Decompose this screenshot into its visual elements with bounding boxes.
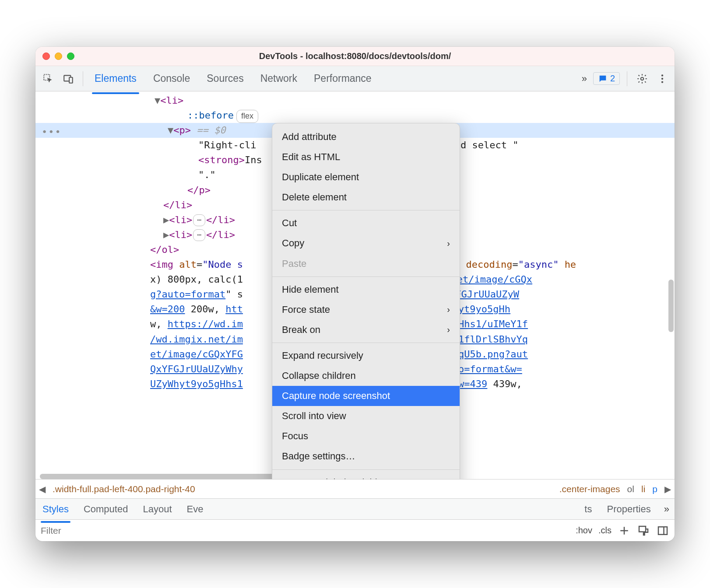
ctx-store-as-global[interactable]: Store as global variable <box>272 472 460 480</box>
ctx-break-on[interactable]: Break on› <box>272 320 460 340</box>
settings-gear-icon[interactable] <box>634 71 650 87</box>
url-link[interactable]: /wd.imgix.net/im <box>150 334 243 345</box>
ctx-expand-recursively[interactable]: Expand recursively <box>272 346 460 366</box>
subtab-layout[interactable]: Layout <box>141 500 173 518</box>
ctx-delete-element[interactable]: Delete element <box>272 187 460 207</box>
kebab-menu-icon[interactable] <box>654 71 670 87</box>
context-menu: Add attribute Edit as HTML Duplicate ele… <box>272 123 460 479</box>
breadcrumb-item[interactable]: li <box>641 484 645 494</box>
ctx-capture-node-screenshot[interactable]: Capture node screenshot <box>272 386 460 406</box>
ctx-focus[interactable]: Focus <box>272 426 460 446</box>
tab-network[interactable]: Network <box>258 68 300 89</box>
url-link[interactable]: https://wd.im <box>168 318 243 329</box>
dom-text: "." <box>198 169 216 180</box>
filter-input[interactable] <box>41 525 155 536</box>
device-icon[interactable] <box>60 70 77 87</box>
chevron-right-icon: › <box>447 323 450 336</box>
dom-tag-p-open: <p> <box>173 125 191 136</box>
url-link[interactable]: QxYFGJrUUaUZyWhy <box>150 364 243 374</box>
ctx-collapse-children[interactable]: Collapse children <box>272 366 460 386</box>
subtab-event-listeners[interactable]: Eve <box>185 500 205 518</box>
hov-toggle[interactable]: :hov <box>576 525 592 536</box>
dom-text: "Right-cli <box>198 140 256 150</box>
ctx-edit-as-html[interactable]: Edit as HTML <box>272 147 460 167</box>
dom-tag-p-close[interactable]: </p> <box>187 185 211 196</box>
cls-toggle[interactable]: .cls <box>598 525 612 536</box>
url-link[interactable]: g?auto=format <box>150 289 225 300</box>
ctx-copy[interactable]: Copy› <box>272 233 460 253</box>
breadcrumb: ◀ .width-full.pad-left-400.pad-right-40 … <box>35 479 675 498</box>
chevron-left-icon[interactable]: ◀ <box>39 484 46 494</box>
add-rule-plus-icon[interactable] <box>618 524 631 537</box>
collapsed-ellipsis-icon[interactable]: ⋯ <box>193 214 205 226</box>
styles-tabs: Styles Computed Layout Eve ts Properties… <box>35 498 675 519</box>
traffic-lights <box>42 52 74 60</box>
svg-point-6 <box>661 81 663 83</box>
panel-tabs: Elements Console Sources Network Perform… <box>92 68 374 89</box>
ctx-scroll-into-view[interactable]: Scroll into view <box>272 406 460 426</box>
svg-point-3 <box>641 77 644 80</box>
tab-sources[interactable]: Sources <box>204 68 246 89</box>
svg-point-5 <box>661 77 663 79</box>
breadcrumb-item-current[interactable]: p <box>652 484 657 494</box>
titlebar: DevTools - localhost:8080/docs/devtools/… <box>35 47 675 66</box>
fullscreen-window-button[interactable] <box>67 52 74 60</box>
svg-point-4 <box>661 74 663 76</box>
ctx-badge-settings[interactable]: Badge settings… <box>272 446 460 466</box>
styles-filter-bar: :hov .cls <box>35 519 675 541</box>
ctx-cut[interactable]: Cut <box>272 213 460 233</box>
dom-tag-strong[interactable]: <strong> <box>198 154 245 165</box>
tab-console[interactable]: Console <box>151 68 193 89</box>
dom-tag-ol-close[interactable]: </ol> <box>150 244 179 255</box>
close-window-button[interactable] <box>42 52 50 60</box>
minimize-window-button[interactable] <box>55 52 62 60</box>
breadcrumb-item[interactable]: .center-images <box>559 484 620 494</box>
collapsed-ellipsis-icon[interactable]: ⋯ <box>193 229 205 241</box>
chevron-right-icon[interactable]: ▶ <box>664 484 671 494</box>
selected-row-menu-icon[interactable]: ••• <box>42 125 62 140</box>
dom-tag-li[interactable]: <li> <box>169 229 192 240</box>
dom-tag-img[interactable]: <img <box>150 259 173 270</box>
chevron-right-icon: › <box>447 303 450 316</box>
window-title: DevTools - localhost:8080/docs/devtools/… <box>35 51 675 61</box>
toolbar: Elements Console Sources Network Perform… <box>35 66 675 91</box>
url-link[interactable]: htt <box>225 304 243 315</box>
dom-tag-li-close[interactable]: </li> <box>163 200 192 210</box>
breadcrumb-item[interactable]: .width-full.pad-left-400.pad-right-40 <box>53 484 195 494</box>
tab-performance[interactable]: Performance <box>311 68 374 89</box>
ctx-paste: Paste <box>272 254 460 274</box>
flex-badge[interactable]: flex <box>236 110 258 123</box>
subtabs-overflow-icon[interactable]: » <box>664 504 669 515</box>
subtab-trunc[interactable]: ts <box>583 500 594 518</box>
url-link[interactable]: et/image/cGQxYFG <box>150 349 243 360</box>
toggle-panel-icon[interactable] <box>656 524 669 537</box>
ctx-duplicate-element[interactable]: Duplicate element <box>272 167 460 187</box>
subtab-computed[interactable]: Computed <box>82 500 130 518</box>
chevron-right-icon: › <box>447 237 450 250</box>
issues-count: 2 <box>610 74 615 84</box>
eq-dollar-zero: == $0 <box>191 125 225 136</box>
vertical-scrollbar[interactable] <box>668 280 674 332</box>
devtools-window: DevTools - localhost:8080/docs/devtools/… <box>35 47 675 541</box>
issues-badge[interactable]: 2 <box>593 72 620 85</box>
tab-elements[interactable]: Elements <box>92 68 139 89</box>
tabs-overflow-icon[interactable]: » <box>580 73 589 84</box>
dom-tree[interactable]: ▼<li> ::beforeflex •••▼<p> == $0 "Right-… <box>35 91 675 479</box>
svg-rect-8 <box>658 527 667 535</box>
url-link[interactable]: UZyWhyt9yo5gHhs1 <box>150 378 243 389</box>
paint-icon[interactable] <box>637 524 650 537</box>
subtab-properties[interactable]: Properties <box>605 500 652 518</box>
dom-tag-li[interactable]: <li> <box>169 214 192 225</box>
breadcrumb-item[interactable]: ol <box>627 484 634 494</box>
url-link[interactable]: &w=200 <box>150 304 185 315</box>
ctx-force-state[interactable]: Force state› <box>272 300 460 320</box>
pseudo-before[interactable]: ::before <box>187 110 234 121</box>
dom-tag-li-open[interactable]: <li> <box>160 95 183 106</box>
ctx-add-attribute[interactable]: Add attribute <box>272 127 460 147</box>
svg-rect-7 <box>639 526 646 532</box>
svg-rect-2 <box>69 77 73 83</box>
ctx-hide-element[interactable]: Hide element <box>272 280 460 300</box>
subtab-styles[interactable]: Styles <box>41 500 70 518</box>
inspect-icon[interactable] <box>40 70 56 87</box>
